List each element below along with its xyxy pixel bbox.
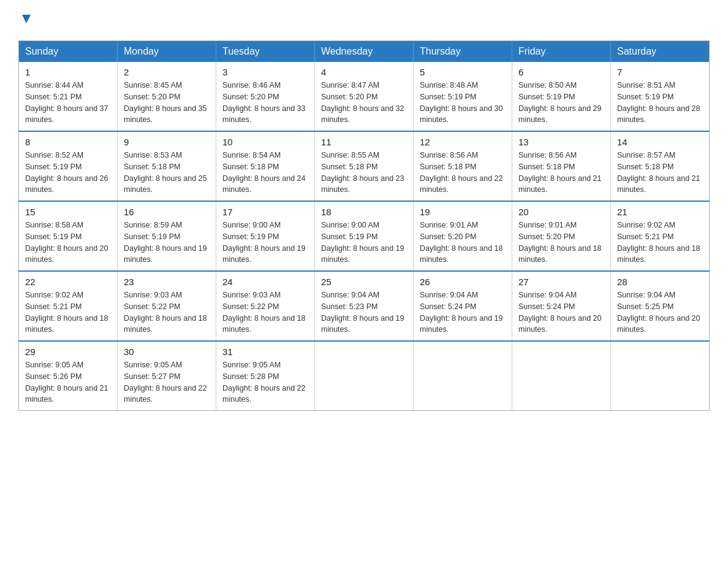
calendar-week-row: 15 Sunrise: 8:58 AM Sunset: 5:19 PM Dayl… (19, 201, 710, 271)
calendar-cell: 18 Sunrise: 9:00 AM Sunset: 5:19 PM Dayl… (315, 201, 414, 271)
day-info: Sunrise: 9:04 AM Sunset: 5:24 PM Dayligh… (518, 289, 604, 335)
day-header-tuesday: Tuesday (216, 41, 315, 63)
calendar-cell: 19 Sunrise: 9:01 AM Sunset: 5:20 PM Dayl… (414, 201, 512, 271)
calendar-week-row: 29 Sunrise: 9:05 AM Sunset: 5:26 PM Dayl… (19, 341, 710, 411)
day-header-saturday: Saturday (611, 41, 710, 63)
calendar-cell (414, 341, 512, 411)
calendar-cell: 11 Sunrise: 8:55 AM Sunset: 5:18 PM Dayl… (315, 131, 414, 201)
day-info: Sunrise: 9:01 AM Sunset: 5:20 PM Dayligh… (420, 220, 506, 266)
day-info: Sunrise: 9:04 AM Sunset: 5:24 PM Dayligh… (420, 289, 506, 335)
day-number: 18 (321, 207, 407, 217)
day-number: 2 (124, 67, 210, 77)
day-number: 28 (617, 277, 703, 287)
day-number: 26 (420, 277, 506, 287)
day-number: 30 (124, 347, 210, 357)
day-header-monday: Monday (118, 41, 216, 63)
calendar-cell: 5 Sunrise: 8:48 AM Sunset: 5:19 PM Dayli… (414, 62, 512, 131)
calendar-cell: 4 Sunrise: 8:47 AM Sunset: 5:20 PM Dayli… (315, 62, 414, 131)
day-info: Sunrise: 8:45 AM Sunset: 5:20 PM Dayligh… (124, 80, 210, 126)
calendar-cell: 25 Sunrise: 9:04 AM Sunset: 5:23 PM Dayl… (315, 271, 414, 341)
page-header (18, 12, 710, 28)
calendar-header-row: SundayMondayTuesdayWednesdayThursdayFrid… (19, 41, 710, 63)
calendar-cell: 28 Sunrise: 9:04 AM Sunset: 5:25 PM Dayl… (611, 271, 710, 341)
day-number: 25 (321, 277, 407, 287)
calendar-week-row: 8 Sunrise: 8:52 AM Sunset: 5:19 PM Dayli… (19, 131, 710, 201)
day-number: 20 (518, 207, 604, 217)
calendar-cell: 20 Sunrise: 9:01 AM Sunset: 5:20 PM Dayl… (512, 201, 611, 271)
day-number: 8 (25, 137, 111, 147)
day-info: Sunrise: 9:04 AM Sunset: 5:25 PM Dayligh… (617, 289, 703, 335)
day-number: 6 (518, 67, 604, 77)
calendar-cell: 8 Sunrise: 8:52 AM Sunset: 5:19 PM Dayli… (19, 131, 118, 201)
calendar-cell: 13 Sunrise: 8:56 AM Sunset: 5:18 PM Dayl… (512, 131, 611, 201)
calendar-cell: 30 Sunrise: 9:05 AM Sunset: 5:27 PM Dayl… (118, 341, 216, 411)
day-info: Sunrise: 8:48 AM Sunset: 5:19 PM Dayligh… (420, 80, 506, 126)
calendar-cell: 7 Sunrise: 8:51 AM Sunset: 5:19 PM Dayli… (611, 62, 710, 131)
calendar-cell: 31 Sunrise: 9:05 AM Sunset: 5:28 PM Dayl… (216, 341, 315, 411)
day-info: Sunrise: 9:01 AM Sunset: 5:20 PM Dayligh… (518, 220, 604, 266)
day-number: 1 (25, 67, 111, 77)
calendar-cell (611, 341, 710, 411)
calendar-cell: 3 Sunrise: 8:46 AM Sunset: 5:20 PM Dayli… (216, 62, 315, 131)
calendar-cell: 12 Sunrise: 8:56 AM Sunset: 5:18 PM Dayl… (414, 131, 512, 201)
calendar-cell: 23 Sunrise: 9:03 AM Sunset: 5:22 PM Dayl… (118, 271, 216, 341)
day-number: 22 (25, 277, 111, 287)
day-info: Sunrise: 9:05 AM Sunset: 5:26 PM Dayligh… (25, 359, 111, 405)
day-info: Sunrise: 8:59 AM Sunset: 5:19 PM Dayligh… (124, 220, 210, 266)
day-header-wednesday: Wednesday (315, 41, 414, 63)
calendar-cell: 2 Sunrise: 8:45 AM Sunset: 5:20 PM Dayli… (118, 62, 216, 131)
day-info: Sunrise: 8:44 AM Sunset: 5:21 PM Dayligh… (25, 80, 111, 126)
calendar-cell: 27 Sunrise: 9:04 AM Sunset: 5:24 PM Dayl… (512, 271, 611, 341)
day-number: 3 (222, 67, 308, 77)
day-number: 13 (518, 137, 604, 147)
calendar-table: SundayMondayTuesdayWednesdayThursdayFrid… (18, 40, 710, 411)
day-info: Sunrise: 8:52 AM Sunset: 5:19 PM Dayligh… (25, 150, 111, 196)
calendar-cell: 24 Sunrise: 9:03 AM Sunset: 5:22 PM Dayl… (216, 271, 315, 341)
day-number: 16 (124, 207, 210, 217)
day-number: 15 (25, 207, 111, 217)
day-number: 19 (420, 207, 506, 217)
calendar-week-row: 1 Sunrise: 8:44 AM Sunset: 5:21 PM Dayli… (19, 62, 710, 131)
day-info: Sunrise: 8:57 AM Sunset: 5:18 PM Dayligh… (617, 150, 703, 196)
calendar-cell: 1 Sunrise: 8:44 AM Sunset: 5:21 PM Dayli… (19, 62, 118, 131)
day-number: 12 (420, 137, 506, 147)
day-info: Sunrise: 9:03 AM Sunset: 5:22 PM Dayligh… (124, 289, 210, 335)
day-info: Sunrise: 8:56 AM Sunset: 5:18 PM Dayligh… (420, 150, 506, 196)
calendar-cell: 9 Sunrise: 8:53 AM Sunset: 5:18 PM Dayli… (118, 131, 216, 201)
logo-arrow-icon (20, 12, 33, 28)
calendar-cell: 29 Sunrise: 9:05 AM Sunset: 5:26 PM Dayl… (19, 341, 118, 411)
calendar-cell: 10 Sunrise: 8:54 AM Sunset: 5:18 PM Dayl… (216, 131, 315, 201)
calendar-cell: 26 Sunrise: 9:04 AM Sunset: 5:24 PM Dayl… (414, 271, 512, 341)
day-number: 5 (420, 67, 506, 77)
day-number: 4 (321, 67, 407, 77)
day-info: Sunrise: 8:47 AM Sunset: 5:20 PM Dayligh… (321, 80, 407, 126)
day-header-sunday: Sunday (19, 41, 118, 63)
logo (18, 12, 33, 28)
day-info: Sunrise: 9:05 AM Sunset: 5:28 PM Dayligh… (222, 359, 308, 405)
day-number: 31 (222, 347, 308, 357)
day-number: 23 (124, 277, 210, 287)
calendar-cell: 17 Sunrise: 9:00 AM Sunset: 5:19 PM Dayl… (216, 201, 315, 271)
day-number: 7 (617, 67, 703, 77)
day-number: 17 (222, 207, 308, 217)
day-info: Sunrise: 9:02 AM Sunset: 5:21 PM Dayligh… (617, 220, 703, 266)
day-number: 9 (124, 137, 210, 147)
day-info: Sunrise: 8:54 AM Sunset: 5:18 PM Dayligh… (222, 150, 308, 196)
svg-marker-0 (22, 15, 31, 23)
calendar-week-row: 22 Sunrise: 9:02 AM Sunset: 5:21 PM Dayl… (19, 271, 710, 341)
calendar-cell (315, 341, 414, 411)
day-number: 10 (222, 137, 308, 147)
calendar-cell: 22 Sunrise: 9:02 AM Sunset: 5:21 PM Dayl… (19, 271, 118, 341)
day-info: Sunrise: 9:00 AM Sunset: 5:19 PM Dayligh… (321, 220, 407, 266)
calendar-cell: 15 Sunrise: 8:58 AM Sunset: 5:19 PM Dayl… (19, 201, 118, 271)
day-info: Sunrise: 8:55 AM Sunset: 5:18 PM Dayligh… (321, 150, 407, 196)
day-info: Sunrise: 8:50 AM Sunset: 5:19 PM Dayligh… (518, 80, 604, 126)
calendar-cell: 21 Sunrise: 9:02 AM Sunset: 5:21 PM Dayl… (611, 201, 710, 271)
day-number: 21 (617, 207, 703, 217)
day-info: Sunrise: 9:02 AM Sunset: 5:21 PM Dayligh… (25, 289, 111, 335)
day-number: 29 (25, 347, 111, 357)
day-number: 24 (222, 277, 308, 287)
day-number: 11 (321, 137, 407, 147)
day-info: Sunrise: 8:51 AM Sunset: 5:19 PM Dayligh… (617, 80, 703, 126)
day-number: 27 (518, 277, 604, 287)
